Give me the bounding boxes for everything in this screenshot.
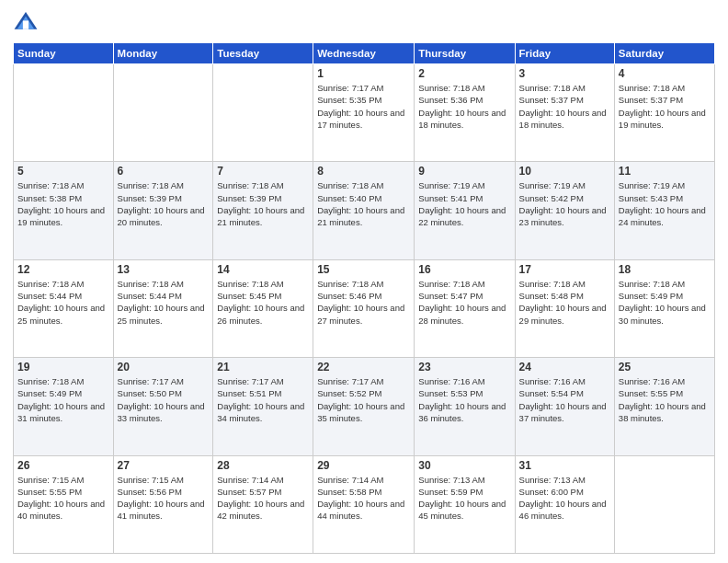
day-info: Sunrise: 7:18 AM Sunset: 5:45 PM Dayligh… [217,278,309,327]
day-number: 20 [118,361,210,373]
page: SundayMondayTuesdayWednesdayThursdayFrid… [0,0,728,563]
day-number: 12 [17,263,109,276]
day-number: 27 [118,459,210,472]
calendar-cell: 2Sunrise: 7:18 AM Sunset: 5:36 PM Daylig… [415,64,515,162]
calendar-cell [14,64,114,162]
day-number: 5 [17,165,109,178]
calendar-week-row: 5Sunrise: 7:18 AM Sunset: 5:38 PM Daylig… [14,162,715,259]
day-info: Sunrise: 7:13 AM Sunset: 5:59 PM Dayligh… [418,474,510,523]
day-number: 25 [619,361,711,373]
day-number: 24 [519,361,610,373]
day-number: 8 [317,165,410,178]
header [13,9,715,35]
day-number: 29 [317,459,410,472]
day-number: 31 [519,459,610,472]
svg-rect-2 [23,20,28,29]
calendar-cell: 13Sunrise: 7:18 AM Sunset: 5:44 PM Dayli… [113,259,213,357]
day-info: Sunrise: 7:18 AM Sunset: 5:44 PM Dayligh… [17,278,109,327]
day-info: Sunrise: 7:18 AM Sunset: 5:39 PM Dayligh… [118,179,210,228]
day-info: Sunrise: 7:18 AM Sunset: 5:47 PM Dayligh… [418,278,510,327]
day-number: 11 [619,165,711,178]
calendar-cell: 7Sunrise: 7:18 AM Sunset: 5:39 PM Daylig… [213,162,313,259]
day-number: 28 [217,459,309,472]
day-info: Sunrise: 7:18 AM Sunset: 5:36 PM Dayligh… [418,82,510,131]
calendar-cell: 8Sunrise: 7:18 AM Sunset: 5:40 PM Daylig… [313,162,415,259]
calendar-cell: 10Sunrise: 7:19 AM Sunset: 5:42 PM Dayli… [515,162,614,259]
calendar-cell: 22Sunrise: 7:17 AM Sunset: 5:52 PM Dayli… [313,358,415,455]
logo-icon [13,9,39,35]
calendar-week-row: 19Sunrise: 7:18 AM Sunset: 5:49 PM Dayli… [14,358,715,455]
calendar-cell: 20Sunrise: 7:17 AM Sunset: 5:50 PM Dayli… [113,358,213,455]
calendar-cell: 16Sunrise: 7:18 AM Sunset: 5:47 PM Dayli… [415,259,515,357]
day-info: Sunrise: 7:19 AM Sunset: 5:43 PM Dayligh… [619,179,711,228]
calendar-cell: 5Sunrise: 7:18 AM Sunset: 5:38 PM Daylig… [14,162,114,259]
day-number: 1 [317,67,410,80]
weekday-header-sunday: Sunday [14,43,114,64]
day-info: Sunrise: 7:18 AM Sunset: 5:37 PM Dayligh… [519,82,610,131]
calendar-cell: 15Sunrise: 7:18 AM Sunset: 5:46 PM Dayli… [313,259,415,357]
day-info: Sunrise: 7:18 AM Sunset: 5:37 PM Dayligh… [619,82,711,131]
day-number: 3 [519,67,610,80]
day-info: Sunrise: 7:18 AM Sunset: 5:49 PM Dayligh… [17,375,109,424]
day-info: Sunrise: 7:16 AM Sunset: 5:54 PM Dayligh… [519,375,610,424]
day-number: 30 [418,459,510,472]
day-info: Sunrise: 7:19 AM Sunset: 5:42 PM Dayligh… [519,179,610,228]
calendar-cell: 19Sunrise: 7:18 AM Sunset: 5:49 PM Dayli… [14,358,114,455]
calendar-cell [113,64,213,162]
day-info: Sunrise: 7:18 AM Sunset: 5:46 PM Dayligh… [317,278,410,327]
calendar-cell: 11Sunrise: 7:19 AM Sunset: 5:43 PM Dayli… [614,162,714,259]
day-info: Sunrise: 7:18 AM Sunset: 5:44 PM Dayligh… [118,278,210,327]
day-number: 4 [619,67,711,80]
day-number: 17 [519,263,610,276]
logo [13,9,42,35]
calendar-cell: 31Sunrise: 7:13 AM Sunset: 6:00 PM Dayli… [515,455,614,553]
day-info: Sunrise: 7:15 AM Sunset: 5:56 PM Dayligh… [118,474,210,523]
day-number: 22 [317,361,410,373]
day-number: 14 [217,263,309,276]
weekday-header-monday: Monday [113,43,213,64]
day-number: 2 [418,67,510,80]
day-info: Sunrise: 7:17 AM Sunset: 5:52 PM Dayligh… [317,375,410,424]
day-info: Sunrise: 7:17 AM Sunset: 5:51 PM Dayligh… [217,375,309,424]
day-number: 7 [217,165,309,178]
calendar-cell: 17Sunrise: 7:18 AM Sunset: 5:48 PM Dayli… [515,259,614,357]
calendar-cell: 12Sunrise: 7:18 AM Sunset: 5:44 PM Dayli… [14,259,114,357]
calendar-cell: 29Sunrise: 7:14 AM Sunset: 5:58 PM Dayli… [313,455,415,553]
day-info: Sunrise: 7:18 AM Sunset: 5:48 PM Dayligh… [519,278,610,327]
day-info: Sunrise: 7:17 AM Sunset: 5:50 PM Dayligh… [118,375,210,424]
calendar-cell: 26Sunrise: 7:15 AM Sunset: 5:55 PM Dayli… [14,455,114,553]
calendar-week-row: 26Sunrise: 7:15 AM Sunset: 5:55 PM Dayli… [14,455,715,553]
day-info: Sunrise: 7:18 AM Sunset: 5:39 PM Dayligh… [217,179,309,228]
calendar-cell: 6Sunrise: 7:18 AM Sunset: 5:39 PM Daylig… [113,162,213,259]
day-info: Sunrise: 7:14 AM Sunset: 5:57 PM Dayligh… [217,474,309,523]
calendar-cell: 21Sunrise: 7:17 AM Sunset: 5:51 PM Dayli… [213,358,313,455]
day-number: 16 [418,263,510,276]
day-number: 18 [619,263,711,276]
day-number: 6 [118,165,210,178]
calendar-cell: 9Sunrise: 7:19 AM Sunset: 5:41 PM Daylig… [415,162,515,259]
calendar-week-row: 1Sunrise: 7:17 AM Sunset: 5:35 PM Daylig… [14,64,715,162]
calendar-cell: 3Sunrise: 7:18 AM Sunset: 5:37 PM Daylig… [515,64,614,162]
weekday-header-row: SundayMondayTuesdayWednesdayThursdayFrid… [14,43,715,64]
day-number: 13 [118,263,210,276]
day-number: 23 [418,361,510,373]
day-info: Sunrise: 7:19 AM Sunset: 5:41 PM Dayligh… [418,179,510,228]
calendar-cell: 28Sunrise: 7:14 AM Sunset: 5:57 PM Dayli… [213,455,313,553]
day-number: 26 [17,459,109,472]
calendar-cell [213,64,313,162]
day-info: Sunrise: 7:16 AM Sunset: 5:53 PM Dayligh… [418,375,510,424]
day-info: Sunrise: 7:15 AM Sunset: 5:55 PM Dayligh… [17,474,109,523]
day-info: Sunrise: 7:18 AM Sunset: 5:38 PM Dayligh… [17,179,109,228]
day-info: Sunrise: 7:13 AM Sunset: 6:00 PM Dayligh… [519,474,610,523]
day-number: 10 [519,165,610,178]
calendar-cell: 23Sunrise: 7:16 AM Sunset: 5:53 PM Dayli… [415,358,515,455]
calendar-cell: 27Sunrise: 7:15 AM Sunset: 5:56 PM Dayli… [113,455,213,553]
day-number: 19 [17,361,109,373]
day-info: Sunrise: 7:17 AM Sunset: 5:35 PM Dayligh… [317,82,410,131]
weekday-header-wednesday: Wednesday [313,43,415,64]
day-number: 9 [418,165,510,178]
weekday-header-tuesday: Tuesday [213,43,313,64]
calendar-cell: 30Sunrise: 7:13 AM Sunset: 5:59 PM Dayli… [415,455,515,553]
weekday-header-thursday: Thursday [415,43,515,64]
weekday-header-friday: Friday [515,43,614,64]
